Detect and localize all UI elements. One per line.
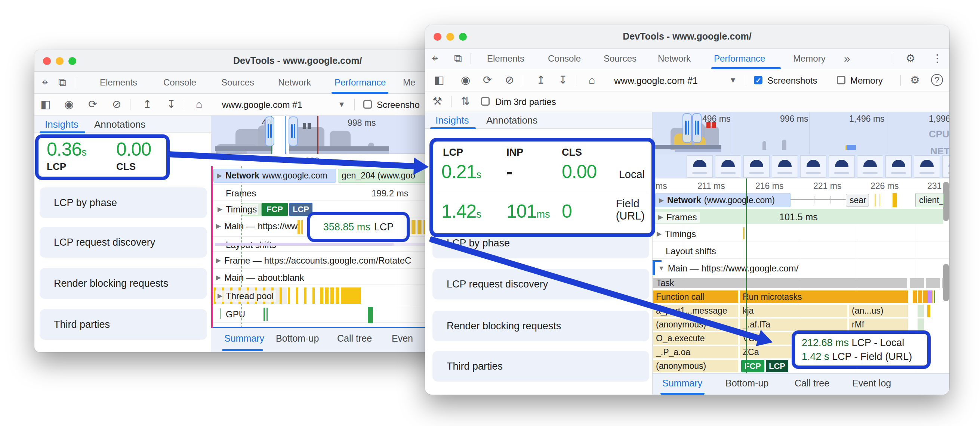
collapse-icon[interactable]: ▼ [658, 265, 665, 272]
insight-card-render-blocking[interactable]: Render blocking requests [433, 310, 649, 341]
task-bar[interactable]: Task [653, 278, 907, 288]
tab-insights[interactable]: Insights [436, 115, 469, 126]
tab-bottom-up[interactable]: Bottom-up [276, 333, 319, 344]
expand-icon[interactable]: ▶ [218, 292, 223, 299]
scrollbar-thumb[interactable] [943, 264, 949, 301]
gear-icon[interactable]: ⚙ [910, 74, 920, 86]
zoom-button[interactable] [459, 33, 467, 41]
range-handle-left[interactable] [682, 113, 692, 143]
more-icon[interactable]: ⋮ [932, 53, 943, 64]
track-layout-shifts-label[interactable]: Layout shifts [666, 246, 716, 257]
memory-checkbox[interactable] [837, 76, 845, 84]
history-select[interactable]: www.google.com #1 [222, 100, 302, 110]
download-profile-icon[interactable]: ↧ [558, 74, 567, 86]
more-tabs-icon[interactable]: » [844, 52, 850, 65]
minimize-button[interactable] [56, 57, 64, 65]
upload-profile-icon[interactable]: ↥ [536, 74, 545, 86]
inspect-icon[interactable]: ⌖ [42, 77, 48, 88]
scrollbar-thumb[interactable] [943, 182, 949, 221]
inspect-icon[interactable]: ⌖ [432, 53, 438, 64]
track-frames-label[interactable]: Frames [226, 188, 256, 199]
screenshot-thumbnail[interactable] [914, 155, 940, 178]
tab-performance[interactable]: Performance [714, 53, 765, 64]
track-frame-accounts-label[interactable]: ▶Frame — https://accounts.google.com/Rot… [216, 255, 411, 266]
record-icon[interactable]: ◉ [64, 99, 74, 110]
track-main-label[interactable]: ▶Main — https://ww [216, 221, 298, 231]
network-request-bar-search[interactable]: sear [846, 194, 869, 206]
tab-console[interactable]: Console [163, 77, 196, 88]
flame-bar-function-call[interactable]: Function call [653, 290, 738, 303]
screenshot-thumbnail[interactable] [857, 155, 883, 178]
network-request-bar[interactable]: ▶ Network (www.google.com) [655, 193, 791, 207]
network-bar-yellow[interactable] [892, 193, 897, 207]
tab-elements[interactable]: Elements [100, 77, 137, 88]
tab-network[interactable]: Network [278, 77, 311, 88]
flame-bar-run-microtasks[interactable]: Run microtasks [740, 290, 908, 303]
track-timings-label[interactable]: ▶Timings [657, 229, 696, 239]
tab-event-log[interactable]: Event log [852, 378, 891, 389]
expand-icon[interactable]: ▶ [658, 214, 663, 221]
gear-icon[interactable]: ⚙ [905, 53, 915, 64]
fcp-badge[interactable]: FCP [262, 203, 288, 216]
track-frames-label[interactable]: ▶Frames [655, 212, 700, 223]
tab-call-tree[interactable]: Call tree [337, 333, 372, 344]
track-timings-label[interactable]: ▶Timings [216, 204, 258, 215]
screenshot-thumbnail[interactable] [743, 155, 770, 178]
range-handle-right[interactable] [288, 117, 298, 146]
range-handle-left[interactable] [265, 117, 274, 146]
expand-icon[interactable]: ▶ [657, 230, 662, 238]
tab-summary[interactable]: Summary [662, 378, 702, 389]
clear-icon[interactable]: ⊘ [505, 74, 514, 86]
fcp-badge[interactable]: FCP [741, 360, 764, 372]
tab-elements[interactable]: Elements [487, 53, 524, 64]
track-gpu-label[interactable]: GPU [226, 309, 245, 320]
dim-third-parties-checkbox[interactable] [481, 97, 490, 106]
flame-bar[interactable]: _.af.lTa [740, 318, 847, 331]
collapse-tracks-icon[interactable]: ⇅ [461, 96, 470, 107]
tab-sources[interactable]: Sources [604, 53, 636, 64]
insight-card-lcp-request-discovery[interactable]: LCP request discovery [40, 227, 207, 258]
chevron-down-icon[interactable]: ▾ [731, 75, 735, 84]
screenshot-filmstrip[interactable] [652, 154, 949, 179]
minimize-button[interactable] [446, 33, 454, 41]
toggle-sidebar-icon[interactable]: ◧ [434, 74, 444, 86]
expand-icon[interactable]: ▶ [216, 274, 221, 281]
expand-icon[interactable]: ▶ [659, 196, 664, 204]
tab-console[interactable]: Console [548, 53, 581, 64]
download-profile-icon[interactable]: ↧ [167, 99, 176, 110]
insight-card-lcp-by-phase[interactable]: LCP by phase [40, 187, 207, 218]
reload-record-icon[interactable]: ⟳ [88, 99, 97, 110]
tab-annotations[interactable]: Annotations [486, 115, 538, 126]
garbage-collect-icon[interactable]: ⚒ [433, 96, 442, 107]
tab-memory[interactable]: Memory [793, 53, 826, 64]
tab-memory[interactable]: Me [403, 77, 415, 88]
network-request-bar-client[interactable]: client_ [915, 193, 944, 207]
flame-bar[interactable]: _.P_a.oa [653, 346, 738, 358]
tab-call-tree[interactable]: Call tree [795, 378, 829, 389]
flame-bar[interactable]: (anonymous) [653, 360, 738, 372]
screenshot-thumbnail[interactable] [942, 155, 949, 178]
screenshots-checkbox[interactable] [754, 76, 762, 84]
toggle-sidebar-icon[interactable]: ◧ [40, 99, 51, 110]
insight-card-render-blocking[interactable]: Render blocking requests [40, 268, 207, 299]
lcp-badge[interactable]: LCP [766, 360, 788, 372]
screenshot-thumbnail[interactable] [885, 155, 912, 178]
tab-insights[interactable]: Insights [45, 119, 78, 130]
flame-bar[interactable]: (an...us) [849, 305, 908, 317]
insight-card-third-parties[interactable]: Third parties [433, 351, 649, 382]
screenshot-thumbnail[interactable] [772, 155, 798, 178]
network-request-bar[interactable]: ▶ Network www.google.com [213, 169, 336, 182]
screenshots-checkbox[interactable] [363, 100, 372, 109]
upload-profile-icon[interactable]: ↥ [143, 99, 152, 110]
range-handle-right[interactable] [692, 113, 702, 143]
screenshot-thumbnail[interactable] [800, 155, 826, 178]
expand-icon[interactable]: ▶ [217, 172, 222, 180]
expand-icon[interactable]: ▶ [218, 206, 223, 213]
tab-annotations[interactable]: Annotations [94, 119, 145, 130]
tab-sources[interactable]: Sources [221, 77, 254, 88]
tab-network[interactable]: Network [658, 53, 691, 64]
timeline-overview[interactable]: 496 ms 996 ms 1,496 ms 1,996 CPU NET [652, 112, 949, 154]
flame-bar[interactable]: O_a.execute [653, 332, 738, 345]
tab-bottom-up[interactable]: Bottom-up [725, 378, 768, 389]
help-icon[interactable]: ? [931, 74, 943, 86]
